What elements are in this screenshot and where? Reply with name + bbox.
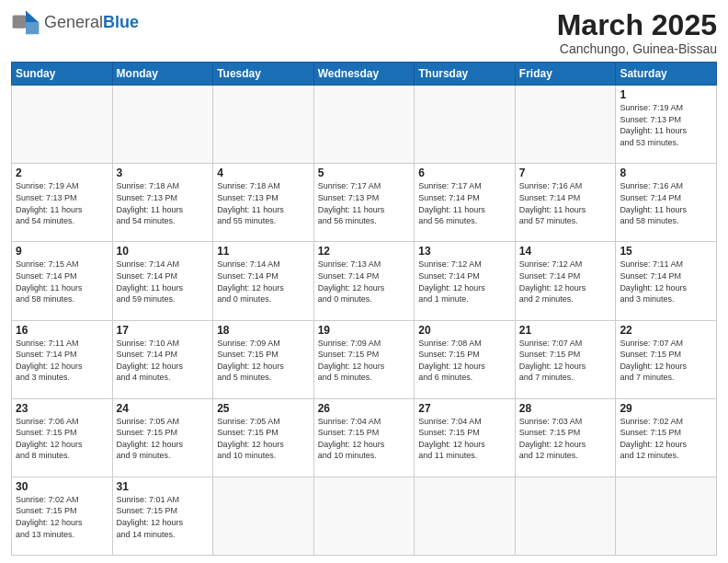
week-row-3: 16Sunrise: 7:11 AM Sunset: 7:14 PM Dayli…	[12, 320, 717, 398]
day-number: 2	[16, 167, 108, 179]
day-info: Sunrise: 7:11 AM Sunset: 7:14 PM Dayligh…	[620, 259, 712, 304]
day-cell: 27Sunrise: 7:04 AM Sunset: 7:15 PM Dayli…	[415, 398, 516, 477]
day-number: 21	[519, 324, 612, 337]
day-cell: 12Sunrise: 7:13 AM Sunset: 7:14 PM Dayli…	[313, 242, 415, 320]
header-sunday: Sunday	[12, 63, 113, 86]
day-info: Sunrise: 7:02 AM Sunset: 7:15 PM Dayligh…	[620, 416, 712, 462]
day-info: Sunrise: 7:17 AM Sunset: 7:13 PM Dayligh…	[318, 180, 411, 226]
day-cell	[415, 477, 516, 555]
week-row-5: 30Sunrise: 7:02 AM Sunset: 7:15 PM Dayli…	[12, 477, 717, 555]
header-thursday: Thursday	[415, 63, 516, 86]
week-row-2: 9Sunrise: 7:15 AM Sunset: 7:14 PM Daylig…	[12, 242, 717, 320]
calendar-body: 1Sunrise: 7:19 AM Sunset: 7:13 PM Daylig…	[12, 86, 717, 556]
day-number: 16	[16, 324, 108, 337]
day-cell: 10Sunrise: 7:14 AM Sunset: 7:14 PM Dayli…	[112, 242, 213, 320]
day-info: Sunrise: 7:09 AM Sunset: 7:15 PM Dayligh…	[318, 338, 411, 384]
day-cell: 2Sunrise: 7:19 AM Sunset: 7:13 PM Daylig…	[12, 164, 113, 242]
day-info: Sunrise: 7:13 AM Sunset: 7:14 PM Dayligh…	[318, 259, 411, 304]
day-cell: 9Sunrise: 7:15 AM Sunset: 7:14 PM Daylig…	[12, 242, 113, 320]
svg-rect-0	[13, 15, 26, 28]
day-cell: 4Sunrise: 7:18 AM Sunset: 7:13 PM Daylig…	[213, 164, 314, 242]
day-cell: 26Sunrise: 7:04 AM Sunset: 7:15 PM Dayli…	[313, 398, 415, 477]
day-info: Sunrise: 7:19 AM Sunset: 7:13 PM Dayligh…	[16, 180, 108, 226]
day-number: 20	[418, 324, 511, 337]
day-number: 18	[217, 324, 310, 337]
day-number: 12	[318, 245, 411, 258]
day-info: Sunrise: 7:17 AM Sunset: 7:14 PM Dayligh…	[418, 180, 511, 226]
calendar-table: Sunday Monday Tuesday Wednesday Thursday…	[11, 62, 717, 556]
day-info: Sunrise: 7:14 AM Sunset: 7:14 PM Dayligh…	[117, 259, 210, 304]
svg-marker-1	[26, 11, 39, 23]
logo-text: GeneralBlue	[44, 13, 139, 32]
calendar-title: March 2025	[557, 9, 717, 41]
day-info: Sunrise: 7:02 AM Sunset: 7:15 PM Dayligh…	[16, 494, 108, 540]
day-info: Sunrise: 7:16 AM Sunset: 7:14 PM Dayligh…	[620, 180, 712, 226]
week-row-1: 2Sunrise: 7:19 AM Sunset: 7:13 PM Daylig…	[12, 164, 717, 242]
day-cell: 21Sunrise: 7:07 AM Sunset: 7:15 PM Dayli…	[515, 320, 616, 398]
day-cell	[313, 86, 415, 164]
page: GeneralBlue March 2025 Canchungo, Guinea…	[0, 0, 728, 563]
day-info: Sunrise: 7:04 AM Sunset: 7:15 PM Dayligh…	[418, 416, 511, 462]
day-info: Sunrise: 7:04 AM Sunset: 7:15 PM Dayligh…	[318, 416, 411, 462]
day-cell: 24Sunrise: 7:05 AM Sunset: 7:15 PM Dayli…	[112, 398, 213, 477]
day-cell: 11Sunrise: 7:14 AM Sunset: 7:14 PM Dayli…	[213, 242, 314, 320]
header-monday: Monday	[112, 63, 213, 86]
header-tuesday: Tuesday	[213, 63, 314, 86]
logo-icon	[11, 9, 40, 35]
day-cell	[12, 86, 113, 164]
day-number: 22	[620, 324, 712, 337]
logo: GeneralBlue	[11, 9, 139, 35]
day-info: Sunrise: 7:12 AM Sunset: 7:14 PM Dayligh…	[418, 259, 511, 304]
day-cell: 18Sunrise: 7:09 AM Sunset: 7:15 PM Dayli…	[213, 320, 314, 398]
day-number: 9	[16, 245, 108, 258]
day-cell: 22Sunrise: 7:07 AM Sunset: 7:15 PM Dayli…	[616, 320, 717, 398]
day-number: 10	[117, 245, 210, 258]
day-number: 19	[318, 324, 411, 337]
header-saturday: Saturday	[616, 63, 717, 86]
day-number: 23	[16, 402, 108, 415]
day-cell	[415, 86, 516, 164]
day-info: Sunrise: 7:19 AM Sunset: 7:13 PM Dayligh…	[620, 102, 712, 148]
day-number: 26	[318, 402, 411, 415]
day-cell	[515, 477, 616, 555]
day-cell	[515, 86, 616, 164]
day-number: 4	[217, 167, 310, 179]
day-cell: 25Sunrise: 7:05 AM Sunset: 7:15 PM Dayli…	[213, 398, 314, 477]
day-cell: 14Sunrise: 7:12 AM Sunset: 7:14 PM Dayli…	[515, 242, 616, 320]
day-number: 6	[418, 167, 511, 179]
day-number: 17	[117, 324, 210, 337]
day-cell: 15Sunrise: 7:11 AM Sunset: 7:14 PM Dayli…	[616, 242, 717, 320]
day-number: 11	[217, 245, 310, 258]
day-number: 8	[620, 167, 712, 179]
day-info: Sunrise: 7:18 AM Sunset: 7:13 PM Dayligh…	[217, 180, 310, 226]
day-info: Sunrise: 7:07 AM Sunset: 7:15 PM Dayligh…	[620, 338, 712, 384]
day-info: Sunrise: 7:18 AM Sunset: 7:13 PM Dayligh…	[117, 180, 210, 226]
header-wednesday: Wednesday	[313, 63, 415, 86]
day-info: Sunrise: 7:07 AM Sunset: 7:15 PM Dayligh…	[519, 338, 612, 384]
title-block: March 2025 Canchungo, Guinea-Bissau	[557, 9, 717, 56]
day-number: 15	[620, 245, 712, 258]
day-number: 27	[418, 402, 511, 415]
day-cell: 29Sunrise: 7:02 AM Sunset: 7:15 PM Dayli…	[616, 398, 717, 477]
day-info: Sunrise: 7:05 AM Sunset: 7:15 PM Dayligh…	[217, 416, 310, 462]
day-info: Sunrise: 7:10 AM Sunset: 7:14 PM Dayligh…	[117, 338, 210, 384]
calendar-subtitle: Canchungo, Guinea-Bissau	[557, 41, 717, 56]
day-cell: 5Sunrise: 7:17 AM Sunset: 7:13 PM Daylig…	[313, 164, 415, 242]
day-cell	[112, 86, 213, 164]
day-cell: 8Sunrise: 7:16 AM Sunset: 7:14 PM Daylig…	[616, 164, 717, 242]
day-number: 13	[418, 245, 511, 258]
day-number: 14	[519, 245, 612, 258]
day-info: Sunrise: 7:12 AM Sunset: 7:14 PM Dayligh…	[519, 259, 612, 304]
day-number: 7	[519, 167, 612, 179]
day-cell	[313, 477, 415, 555]
day-cell: 31Sunrise: 7:01 AM Sunset: 7:15 PM Dayli…	[112, 477, 213, 555]
day-cell: 20Sunrise: 7:08 AM Sunset: 7:15 PM Dayli…	[415, 320, 516, 398]
svg-marker-2	[26, 22, 39, 34]
weekday-row: Sunday Monday Tuesday Wednesday Thursday…	[12, 63, 717, 86]
day-cell	[213, 477, 314, 555]
day-info: Sunrise: 7:01 AM Sunset: 7:15 PM Dayligh…	[117, 494, 210, 540]
day-cell: 23Sunrise: 7:06 AM Sunset: 7:15 PM Dayli…	[12, 398, 113, 477]
day-number: 5	[318, 167, 411, 179]
day-number: 25	[217, 402, 310, 415]
day-info: Sunrise: 7:11 AM Sunset: 7:14 PM Dayligh…	[16, 338, 108, 384]
